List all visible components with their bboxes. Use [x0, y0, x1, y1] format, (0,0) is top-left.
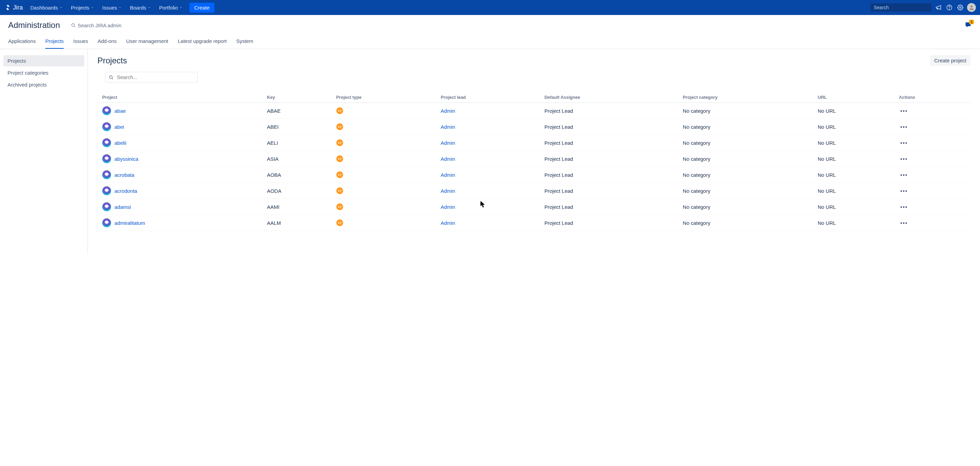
project-type-icon	[336, 171, 343, 178]
table-search-box[interactable]	[105, 72, 197, 83]
project-name-link[interactable]: abelii	[115, 140, 126, 146]
project-lead-link[interactable]: Admin	[441, 124, 455, 130]
project-category: No category	[679, 215, 815, 231]
column-header: Project	[97, 92, 263, 103]
more-actions-icon[interactable]: •••	[899, 220, 909, 226]
default-assignee: Project Lead	[541, 119, 679, 135]
column-header: Key	[263, 92, 332, 103]
nav-item-issues[interactable]: Issues	[99, 3, 125, 13]
project-name-link[interactable]: adamsi	[115, 204, 131, 210]
project-type-icon	[336, 107, 343, 114]
feedback-icon[interactable]: 1	[964, 21, 972, 30]
create-button[interactable]: Create	[189, 3, 214, 13]
column-header: Project lead	[437, 92, 541, 103]
more-actions-icon[interactable]: •••	[899, 140, 909, 146]
table-row: abei ABEI Admin Project Lead No category…	[97, 119, 970, 135]
project-avatar-icon	[102, 154, 111, 163]
nav-item-label: Dashboards	[30, 5, 58, 11]
project-name-link[interactable]: abae	[115, 108, 126, 114]
table-search	[105, 72, 970, 83]
jira-logo[interactable]: Jira	[4, 4, 23, 11]
project-category: No category	[679, 119, 815, 135]
table-search-input[interactable]	[117, 74, 194, 80]
nav-item-label: Issues	[102, 5, 117, 11]
more-actions-icon[interactable]: •••	[899, 108, 909, 114]
more-actions-icon[interactable]: •••	[899, 204, 909, 210]
tab-latest-upgrade-report[interactable]: Latest upgrade report	[178, 35, 227, 49]
more-actions-icon[interactable]: •••	[899, 156, 909, 162]
project-lead-link[interactable]: Admin	[441, 204, 455, 210]
project-url: No URL	[815, 215, 896, 231]
more-actions-icon[interactable]: •••	[899, 124, 909, 130]
project-type-icon	[336, 188, 343, 194]
tab-user-management[interactable]: User management	[126, 35, 168, 49]
project-key: ABEI	[263, 119, 332, 135]
tab-add-ons[interactable]: Add-ons	[97, 35, 116, 49]
column-header: Project category	[679, 92, 815, 103]
global-search[interactable]	[870, 3, 932, 11]
tab-system[interactable]: System	[236, 35, 253, 49]
chevron-down-icon	[179, 6, 183, 9]
gear-icon[interactable]	[956, 3, 964, 11]
chevron-down-icon	[148, 6, 151, 9]
project-lead-link[interactable]: Admin	[441, 156, 455, 162]
megaphone-icon[interactable]	[934, 3, 942, 11]
project-url: No URL	[815, 103, 896, 119]
default-assignee: Project Lead	[541, 183, 679, 199]
project-key: ASIA	[263, 151, 332, 167]
nav-item-boards[interactable]: Boards	[126, 3, 154, 13]
sidebar-item-projects[interactable]: Projects	[3, 55, 84, 67]
create-project-button[interactable]: Create project	[930, 55, 970, 66]
project-name-link[interactable]: acrodonta	[115, 188, 137, 194]
nav-item-dashboards[interactable]: Dashboards	[27, 3, 66, 13]
project-name-link[interactable]: abyssinica	[115, 156, 138, 162]
project-lead-link[interactable]: Admin	[441, 108, 455, 114]
help-icon[interactable]	[945, 3, 953, 11]
svg-point-3	[949, 9, 950, 9]
nav-item-projects[interactable]: Projects	[67, 3, 97, 13]
global-search-input[interactable]	[874, 5, 933, 10]
admin-title: Administration	[8, 21, 60, 30]
project-avatar-icon	[102, 170, 111, 179]
project-lead-link[interactable]: Admin	[441, 140, 455, 146]
project-name-link[interactable]: admiralitatum	[115, 220, 145, 226]
project-key: AOBA	[263, 167, 332, 183]
more-actions-icon[interactable]: •••	[899, 172, 909, 178]
svg-line-9	[112, 78, 113, 79]
table-row: acrodonta AODA Admin Project Lead No cat…	[97, 183, 970, 199]
chevron-down-icon	[91, 6, 94, 9]
project-avatar-icon	[102, 122, 111, 131]
project-lead-link[interactable]: Admin	[441, 220, 455, 226]
project-lead-link[interactable]: Admin	[441, 188, 455, 194]
project-key: ABAE	[263, 103, 332, 119]
project-name-link[interactable]: abei	[115, 124, 124, 130]
nav-item-portfolio[interactable]: Portfolio	[156, 3, 186, 13]
admin-search[interactable]: Search JIRA admin	[71, 22, 121, 28]
sidebar-item-project-categories[interactable]: Project categories	[3, 67, 84, 78]
tab-issues[interactable]: Issues	[73, 35, 88, 49]
project-avatar-icon	[102, 218, 111, 227]
table-row: adamsi AAMI Admin Project Lead No catego…	[97, 199, 970, 215]
chevron-down-icon	[118, 6, 122, 9]
default-assignee: Project Lead	[541, 215, 679, 231]
project-type-icon	[336, 204, 343, 210]
project-type-icon	[336, 155, 343, 162]
tab-projects[interactable]: Projects	[45, 35, 64, 49]
column-header: Actions	[896, 92, 970, 103]
sidebar-item-archived-projects[interactable]: Archived projects	[3, 79, 84, 90]
svg-line-7	[74, 26, 75, 27]
project-url: No URL	[815, 199, 896, 215]
admin-tabs: ApplicationsProjectsIssuesAdd-onsUser ma…	[0, 35, 980, 49]
table-row: abyssinica ASIA Admin Project Lead No ca…	[97, 151, 970, 167]
project-key: AALM	[263, 215, 332, 231]
project-url: No URL	[815, 167, 896, 183]
jira-logo-icon	[4, 4, 11, 11]
project-name-link[interactable]: acrobata	[115, 172, 134, 178]
default-assignee: Project Lead	[541, 135, 679, 151]
user-avatar[interactable]	[967, 3, 976, 12]
project-lead-link[interactable]: Admin	[441, 172, 455, 178]
nav-item-label: Projects	[71, 5, 89, 11]
more-actions-icon[interactable]: •••	[899, 188, 909, 194]
tab-applications[interactable]: Applications	[8, 35, 36, 49]
project-key: AODA	[263, 183, 332, 199]
